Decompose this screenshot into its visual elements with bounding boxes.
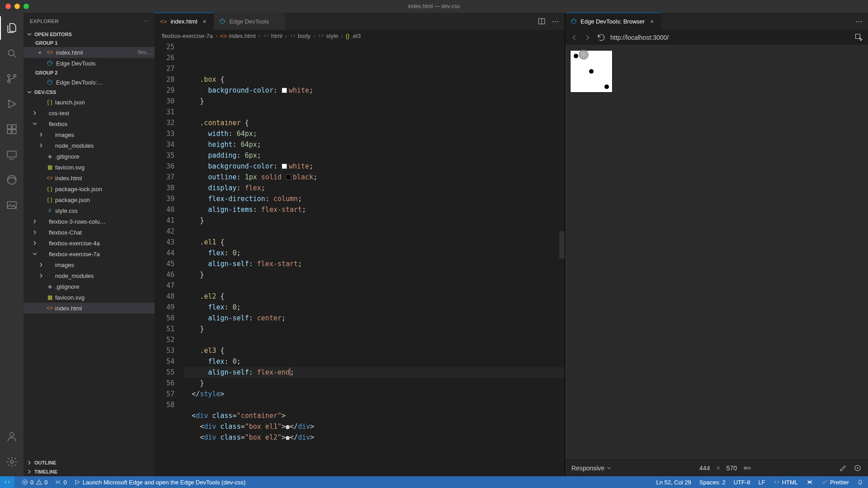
code-line[interactable]: .box {: [184, 74, 565, 85]
activity-settings[interactable]: [0, 450, 24, 474]
code-line[interactable]: </style>: [184, 389, 565, 399]
code-line[interactable]: padding: 6px;: [184, 150, 565, 161]
devtools-target-button[interactable]: [854, 464, 862, 472]
tree-item[interactable]: node_modules: [24, 270, 155, 281]
status-launch-task[interactable]: Launch Microsoft Edge and open the Edge …: [74, 479, 246, 486]
outline-section[interactable]: OUTLINE: [24, 458, 155, 467]
tree-item[interactable]: ◆.gitignore: [24, 151, 155, 162]
tree-item[interactable]: ◆.gitignore: [24, 281, 155, 292]
breadcrumb-item[interactable]: body: [290, 33, 311, 39]
breadcrumbs[interactable]: flexbox-exercise-7a›<>index.html›html›bo…: [155, 30, 565, 42]
minimize-window-button[interactable]: [14, 4, 20, 9]
tree-item[interactable]: ▦favicon.svg: [24, 292, 155, 303]
code-line[interactable]: .el2 {: [184, 291, 565, 302]
tree-item[interactable]: flexbox-Chat: [24, 227, 155, 238]
project-section[interactable]: DEV-CSS: [24, 88, 155, 97]
open-editor-item[interactable]: ×<>index.htmlflex…: [24, 47, 155, 58]
breadcrumb-item[interactable]: <>index.html: [220, 33, 255, 39]
code-line[interactable]: align-items: flex-start;: [184, 204, 565, 215]
activity-account[interactable]: [0, 425, 24, 448]
code-line[interactable]: outline: 1px solid black;: [184, 172, 565, 183]
editor-tab[interactable]: Edge DevTools: [214, 13, 285, 30]
tree-item[interactable]: { }package.json: [24, 194, 155, 205]
browser-preview[interactable]: [565, 45, 868, 459]
open-editor-item[interactable]: Edge DevTools: [24, 58, 155, 69]
code-line[interactable]: }: [184, 96, 565, 107]
status-cursor-position[interactable]: Ln 52, Col 29: [656, 479, 691, 486]
tree-item[interactable]: { }package-lock.json: [24, 183, 155, 194]
status-eol[interactable]: LF: [759, 479, 765, 486]
status-encoding[interactable]: UTF-8: [734, 479, 750, 486]
activity-search[interactable]: [0, 42, 24, 65]
tree-item[interactable]: <>index.html: [24, 303, 155, 314]
inspect-element-button[interactable]: [854, 33, 863, 42]
code-line[interactable]: <div class="box el2">●</div>: [184, 432, 565, 443]
browser-url-input[interactable]: [610, 34, 850, 41]
browser-reload-button[interactable]: [597, 33, 606, 42]
breadcrumb-item[interactable]: {}.el3: [345, 33, 361, 39]
code-line[interactable]: display: flex;: [184, 183, 565, 193]
activity-screenshot[interactable]: [0, 193, 24, 217]
viewport-height[interactable]: 570: [726, 465, 737, 472]
browser-forward-button[interactable]: [583, 33, 592, 42]
responsive-dropdown[interactable]: Responsive: [571, 465, 612, 472]
close-icon[interactable]: ×: [648, 18, 656, 25]
tree-item[interactable]: ▦favicon.svg: [24, 162, 155, 173]
editor-tab[interactable]: <>index.html×: [155, 13, 214, 30]
breadcrumb-item[interactable]: style: [318, 33, 338, 39]
tree-item[interactable]: flexbox-exercise-4a: [24, 238, 155, 249]
close-icon[interactable]: ×: [36, 49, 43, 56]
editor-tab[interactable]: Edge DevTools: Browser×: [565, 13, 661, 30]
status-ports[interactable]: 0: [55, 479, 66, 486]
status-problems[interactable]: 0 0: [22, 479, 47, 486]
editor-more-button[interactable]: ⋯: [552, 17, 559, 26]
status-indentation[interactable]: Spaces: 2: [699, 479, 726, 486]
close-icon[interactable]: ×: [201, 18, 208, 25]
code-line[interactable]: [184, 226, 565, 237]
code-line[interactable]: width: 64px;: [184, 128, 565, 139]
activity-debug[interactable]: [0, 92, 24, 116]
code-line[interactable]: .container {: [184, 117, 565, 128]
tree-item[interactable]: images: [24, 259, 155, 270]
code-line[interactable]: <div class="box el1">●</div>: [184, 421, 565, 432]
code-line[interactable]: .el1 {: [184, 237, 565, 248]
activity-remote[interactable]: [0, 143, 24, 166]
tree-item[interactable]: node_modules: [24, 140, 155, 151]
code-editor[interactable]: 2526272829303132333435363738394041424344…: [155, 42, 565, 476]
activity-explorer[interactable]: [0, 16, 24, 40]
viewport-width[interactable]: 444: [699, 465, 710, 472]
code-content[interactable]: .box { background-color: white; } .conta…: [184, 42, 565, 476]
code-line[interactable]: }: [184, 324, 565, 334]
open-editors-section[interactable]: OPEN EDITORS: [24, 30, 155, 39]
timeline-section[interactable]: TIMELINE: [24, 467, 155, 476]
code-line[interactable]: flex: 0;: [184, 248, 565, 258]
minimap-slider[interactable]: [559, 231, 565, 258]
code-line[interactable]: height: 64px;: [184, 139, 565, 150]
zoom-window-button[interactable]: [24, 4, 29, 9]
code-line[interactable]: <div class="container">: [184, 410, 565, 421]
code-line[interactable]: background-color: white;: [184, 85, 565, 96]
open-editor-item[interactable]: Edge DevTools:…: [24, 77, 155, 88]
status-notifications[interactable]: [857, 479, 863, 485]
rotate-button[interactable]: [743, 464, 751, 472]
activity-extensions[interactable]: [0, 117, 24, 141]
tree-item[interactable]: { }launch.json: [24, 97, 155, 108]
code-line[interactable]: flex: 0;: [184, 302, 565, 313]
activity-edge-devtools[interactable]: [0, 168, 24, 192]
code-line[interactable]: }: [184, 378, 565, 389]
status-language[interactable]: HTML: [774, 479, 798, 486]
activity-scm[interactable]: [0, 67, 24, 90]
close-window-button[interactable]: [5, 4, 11, 9]
editor-more-button[interactable]: ⋯: [855, 17, 863, 26]
sidebar-more-button[interactable]: ⋯: [143, 19, 149, 24]
code-line[interactable]: background-color: white;: [184, 161, 565, 172]
tree-item[interactable]: flexbox: [24, 118, 155, 129]
split-editor-icon[interactable]: [538, 17, 546, 25]
code-line[interactable]: [184, 107, 565, 117]
tree-item[interactable]: flexbox-exercise-7a: [24, 249, 155, 259]
tree-item[interactable]: images: [24, 129, 155, 140]
code-line[interactable]: align-self: center;: [184, 313, 565, 324]
remote-indicator[interactable]: [0, 476, 14, 488]
status-prettier[interactable]: Prettier: [821, 479, 849, 486]
edit-button[interactable]: [839, 464, 847, 472]
